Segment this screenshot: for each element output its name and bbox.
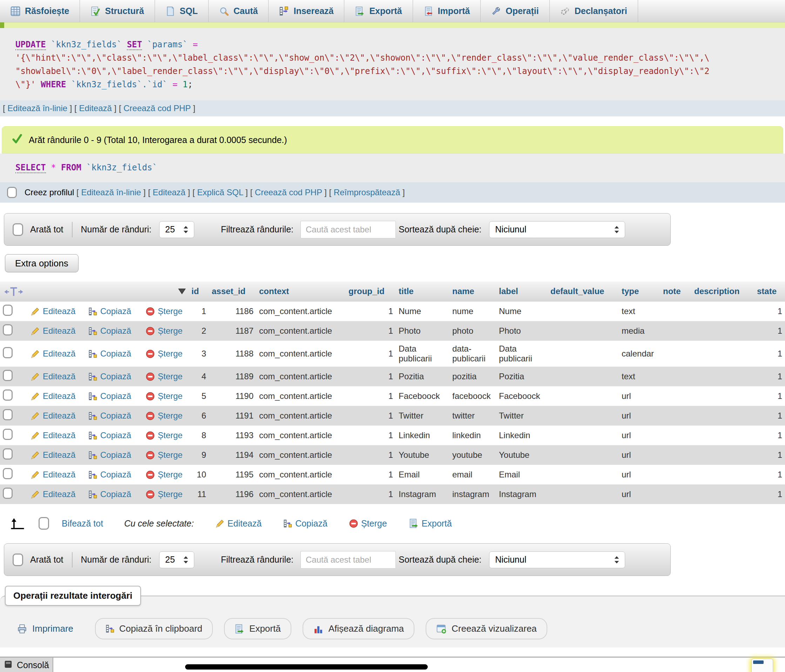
show-chart-button[interactable]: Afișează diagrama — [303, 618, 414, 639]
row-edit-link[interactable]: Editează — [31, 411, 83, 420]
cell-description — [691, 484, 754, 504]
row-checkbox[interactable] — [3, 449, 13, 459]
bulk-edit[interactable]: Editează — [216, 519, 261, 529]
row-copy-link[interactable]: Copiază — [88, 430, 140, 440]
row-delete-link[interactable]: Șterge — [146, 391, 186, 401]
row-checkbox[interactable] — [3, 409, 13, 420]
column-header-asset_id[interactable]: asset_id — [209, 281, 256, 302]
tab-sql[interactable]: SQL — [155, 0, 209, 22]
row-delete-link[interactable]: Șterge — [146, 489, 186, 499]
row-delete-link[interactable]: Șterge — [146, 470, 186, 480]
row-delete-link[interactable]: Șterge — [146, 450, 186, 460]
sort-by-key-select[interactable]: Niciunul — [489, 221, 625, 238]
cell-state: 1 — [754, 321, 785, 341]
table-search-input[interactable] — [300, 221, 396, 238]
column-header-name[interactable]: name — [449, 281, 496, 302]
tab-triggers[interactable]: Declanșatori — [550, 0, 638, 22]
row-copy-link[interactable]: Copiază — [88, 489, 140, 499]
row-edit-link[interactable]: Editează — [31, 372, 83, 381]
row-delete-link[interactable]: Șterge — [146, 349, 186, 359]
create-view-button[interactable]: Creează vizualizarea — [425, 618, 547, 639]
row-checkbox[interactable] — [3, 389, 13, 401]
tab-structure[interactable]: Structură — [80, 0, 155, 22]
column-header-context[interactable]: context — [256, 281, 346, 302]
row-checkbox[interactable] — [3, 324, 13, 336]
row-edit-link[interactable]: Editează — [31, 430, 83, 440]
row-checkbox[interactable] — [3, 429, 13, 440]
row-edit-link[interactable]: Editează — [31, 470, 83, 480]
check-all-checkbox[interactable] — [39, 517, 49, 530]
column-header-note[interactable]: note — [660, 281, 691, 302]
row-checkbox[interactable] — [3, 347, 13, 358]
link-re-mprosp-teaz-[interactable]: Reîmprospătează — [334, 188, 400, 197]
row-copy-link[interactable]: Copiază — [88, 306, 140, 316]
link-editeaz-n-linie[interactable]: Editează în-linie — [81, 188, 141, 197]
row-copy-link[interactable]: Copiază — [88, 349, 140, 359]
table-search-input[interactable] — [300, 551, 396, 569]
console-toggle[interactable]: Consolă — [0, 658, 53, 672]
rows-count-select[interactable]: 25 — [159, 552, 194, 568]
row-edit-link[interactable]: Editează — [31, 306, 83, 316]
show-all-checkbox[interactable] — [13, 223, 23, 236]
tab-browse[interactable]: Răsfoiește — [0, 0, 80, 22]
check-all-link[interactable]: Bifează tot — [62, 519, 103, 529]
link-editeaz-[interactable]: Editează — [79, 103, 111, 113]
column-header-state[interactable]: state — [754, 281, 785, 302]
row-checkbox[interactable] — [3, 370, 13, 381]
tab-export[interactable]: Exportă — [344, 0, 413, 22]
column-header-type[interactable]: type — [619, 281, 660, 302]
row-edit-link[interactable]: Editează — [31, 326, 83, 336]
col-marker-icon[interactable] — [3, 286, 25, 297]
row-copy-link[interactable]: Copiază — [88, 470, 140, 480]
bulk-export[interactable]: Exportă — [409, 519, 452, 529]
link-creeaz-cod-php[interactable]: Creează cod PHP — [255, 188, 322, 197]
rows-count-select[interactable]: 25 — [159, 221, 194, 238]
row-checkbox[interactable] — [3, 468, 13, 479]
row-edit-link[interactable]: Editează — [31, 489, 83, 499]
row-edit-link[interactable]: Editează — [31, 349, 83, 359]
column-header-title[interactable]: title — [396, 281, 449, 302]
tab-operations[interactable]: Operații — [481, 0, 549, 22]
row-copy-link[interactable]: Copiază — [88, 372, 140, 381]
row-edit-link[interactable]: Editează — [31, 391, 83, 401]
row-copy-link[interactable]: Copiază — [88, 450, 140, 460]
print-button[interactable]: Imprimare — [14, 618, 84, 639]
row-delete-link[interactable]: Șterge — [146, 372, 186, 381]
column-header-label[interactable]: label — [496, 281, 547, 302]
sort-by-key-select[interactable]: Niciunul — [489, 552, 625, 568]
row-delete-link[interactable]: Șterge — [146, 306, 186, 316]
export-button[interactable]: Exportă — [224, 618, 291, 639]
tab-insert[interactable]: Inserează — [269, 0, 344, 22]
link-creeaz-cod-php[interactable]: Creează cod PHP — [124, 103, 191, 113]
tab-import[interactable]: Importă — [413, 0, 481, 22]
link-explic-sql[interactable]: Explică SQL — [197, 188, 243, 197]
link-editeaz-n-linie[interactable]: Editează în-linie — [7, 103, 67, 113]
row-copy-link[interactable]: Copiază — [88, 326, 140, 336]
column-header-description[interactable]: description — [691, 281, 754, 302]
page-settings-icon[interactable] — [751, 659, 773, 672]
row-delete-link[interactable]: Șterge — [146, 430, 186, 440]
row-copy-link[interactable]: Copiază — [88, 391, 140, 401]
link-editeaz-[interactable]: Editează — [153, 188, 186, 197]
column-header-id[interactable]: id — [189, 281, 209, 302]
show-all-checkbox[interactable] — [13, 553, 23, 566]
tab-search[interactable]: Caută — [209, 0, 269, 22]
extra-options-button[interactable]: Extra options — [5, 254, 78, 272]
cell-default_value — [547, 465, 619, 484]
row-copy-label: Copiază — [100, 489, 131, 499]
column-header-group_id[interactable]: group_id — [346, 281, 396, 302]
row-copy-link[interactable]: Copiază — [88, 411, 140, 420]
column-header-default_value[interactable]: default_value — [547, 281, 619, 302]
cell-id: 4 — [189, 367, 209, 386]
copy-icon — [88, 327, 97, 336]
row-delete-link[interactable]: Șterge — [146, 411, 186, 420]
profile-checkbox[interactable] — [7, 187, 17, 198]
bulk-delete[interactable]: Șterge — [349, 519, 387, 529]
bulk-copy[interactable]: Copiază — [283, 519, 327, 529]
row-checkbox[interactable] — [3, 305, 13, 316]
row-delete-link[interactable]: Șterge — [146, 326, 186, 336]
row-edit-link[interactable]: Editează — [31, 450, 83, 460]
table-row: EditeazăCopiazăȘterge51190com_content.ar… — [0, 386, 785, 406]
copy-to-clipboard-button[interactable]: Copiază în clipboard — [95, 618, 213, 639]
row-checkbox[interactable] — [3, 488, 13, 499]
